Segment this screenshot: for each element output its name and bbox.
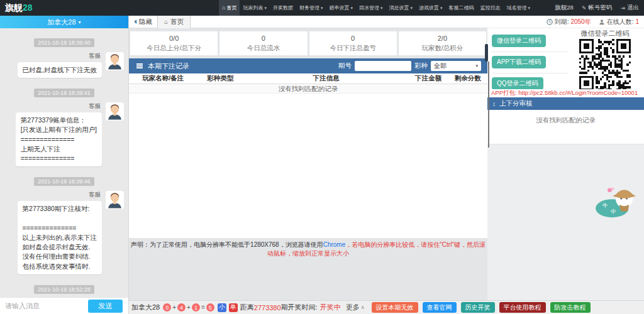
draw-number-3: 1	[192, 303, 200, 311]
equals-sign: =	[201, 304, 205, 311]
parity-badge: 单	[229, 303, 238, 312]
logout-link[interactable]: ⇥退出	[620, 4, 639, 12]
bet-table-header: 玩家名称/备注彩种类型下注信息下注金额剩余分数	[129, 73, 487, 84]
nav-menu-item[interactable]: 开奖数据	[270, 0, 296, 16]
top-navbar: 旗舰28 ⌂ 首页 玩家列表 ▾ 开奖数据	[0, 0, 644, 16]
list-icon	[136, 65, 143, 67]
qr-box: 微信登录二维码	[574, 28, 636, 93]
tab-home[interactable]: ⌂ 首页	[157, 16, 191, 28]
home-icon: ⌂	[164, 18, 168, 25]
qr-button-list: 微信登录二维码 APP下载二维码 QQ登录二维码	[492, 31, 569, 94]
lottery-type-select[interactable]: 全部 ▾	[431, 61, 481, 71]
panel-scrollbar-track[interactable]	[488, 62, 489, 148]
stat-label: 今日总上分/总下分	[147, 44, 201, 53]
nav-menu-item[interactable]: 财务管理 ▾	[296, 0, 326, 16]
stat-value: 0/0	[169, 35, 179, 42]
clock-icon	[547, 19, 553, 25]
customer-service-avatar	[106, 52, 124, 70]
brand-logo[interactable]: 旗舰28	[5, 0, 33, 16]
table-column-header: 彩种类型	[197, 74, 243, 83]
nav-item-label: 开奖数据	[273, 0, 293, 16]
plus-sign: +	[187, 304, 191, 311]
navbar-right: 旗舰28 ✎帐号密码 ⇥退出	[555, 0, 639, 16]
nav-menu-item[interactable]: 监控日志	[477, 0, 504, 16]
qr-code-button[interactable]: 微信登录二维码	[492, 35, 546, 47]
nav-menu-item[interactable]: ⌂ 首页	[219, 0, 240, 16]
room-selector-dropdown[interactable]: 加拿大28 ▾	[0, 16, 128, 28]
score-review-empty-message: 没有找到匹配的记录	[487, 110, 644, 144]
chat-input-row: 发送	[0, 297, 128, 314]
chevron-down-icon: ▾	[264, 0, 267, 16]
send-message-button[interactable]: 发送	[88, 300, 123, 313]
navbar-room-name: 旗舰28	[555, 4, 574, 12]
table-column-header: 剩余分数	[448, 74, 487, 83]
chat-sidebar: 加拿大28 ▾ 2021-10-19 18:39:40 客服 已封盘,封盘线下下…	[0, 16, 129, 314]
stat-card: 2/0 玩家数/总积分	[399, 31, 486, 55]
app-pack-url: http://pc2.58kb.cc/#/Login?roomCode=1000…	[518, 89, 638, 96]
nav-menu-item[interactable]: 客服二维码	[446, 0, 477, 16]
plus-sign: +	[172, 304, 176, 311]
more-toggle[interactable]: 更多 ∧	[346, 303, 365, 312]
chat-message-list[interactable]: 2021-10-19 18:39:40 客服 已封盘,封盘线下下注无效	[0, 28, 128, 297]
message-sender: 客服	[18, 191, 101, 199]
nav-item-label: 客服二维码	[449, 0, 474, 16]
action-button[interactable]: 平台使用教程	[499, 302, 546, 313]
table-column-header: 下注金额	[409, 74, 448, 83]
hide-sidebar-button[interactable]: ⏴ 隐藏	[129, 16, 157, 28]
qr-code-button[interactable]: APP下载二维码	[492, 56, 546, 68]
message-timestamp: 2021-10-19 18:39:40	[34, 38, 94, 47]
nav-menu-item[interactable]: 回水管理 ▾	[356, 0, 386, 16]
action-button[interactable]: 历史开奖	[461, 302, 495, 313]
room-title: 加拿大28	[47, 18, 75, 27]
tab-home-label: 首页	[170, 18, 184, 26]
chevron-down-icon: ▾	[440, 0, 443, 16]
countdown-prefix: 距离	[240, 303, 254, 312]
stat-label: 今日下注总盈亏	[330, 44, 376, 53]
message-sender: 客服	[16, 102, 101, 111]
edit-icon: ✎	[582, 5, 587, 11]
person-icon	[599, 19, 605, 25]
message-sender: 客服	[18, 52, 101, 60]
draw-sum: 5	[206, 303, 214, 311]
nav-menu-item[interactable]: 游戏设置 ▾	[416, 0, 446, 16]
right-panel: 到期: 2050年 在线人数: 1 微信登录二维码 APP下载二维码 QQ登录二…	[487, 16, 644, 300]
nav-item-label: 域名管理	[507, 0, 527, 16]
nav-menu-item[interactable]: 赔率设置 ▾	[326, 0, 356, 16]
nav-menu-item[interactable]: 域名管理 ▾	[504, 0, 534, 16]
nav-item-label: 首页	[226, 0, 236, 16]
app-window: 旗舰28 ⌂ 首页 玩家列表 ▾ 开奖数据	[0, 0, 644, 314]
action-button[interactable]: 设置本期无效	[372, 302, 418, 313]
chat-message-input[interactable]	[0, 302, 88, 310]
online-info: 在线人数: 1	[599, 18, 639, 26]
draw-number-2: 4	[177, 303, 186, 311]
empty-records-message: 没有找到匹配的记录	[129, 84, 487, 94]
app-package-link[interactable]: APP打包: http://pc2.58kb.cc/#/Login?roomCo…	[487, 89, 644, 97]
game-name: 加拿大28	[131, 303, 160, 312]
qr-section: 微信登录二维码 APP下载二维码 QQ登录二维码 微信登录二维码	[487, 28, 644, 89]
chevron-down-icon: ▾	[350, 0, 353, 16]
chevron-down-icon: ▾	[411, 0, 413, 16]
chevron-down-icon: ▾	[380, 0, 383, 16]
score-review-header: ↕ 上下分审核	[487, 97, 644, 110]
nav-item-label: 财务管理	[299, 0, 319, 16]
customer-service-avatar	[106, 102, 124, 121]
logout-label: 退出	[627, 4, 639, 12]
account-password-link[interactable]: ✎帐号密码	[582, 4, 613, 12]
online-label: 在线人数:	[607, 18, 634, 26]
logout-icon: ⇥	[620, 5, 625, 11]
nav-item-label: 消息设置	[389, 0, 409, 16]
issue-number-input[interactable]	[355, 61, 411, 71]
action-button[interactable]: 防攻击教程	[550, 302, 591, 313]
nav-menu-item[interactable]: 玩家列表 ▾	[240, 0, 270, 16]
message-timestamp: 2021-10-19 18:39:46	[34, 177, 94, 186]
panel-scrollbar-thumb[interactable]	[485, 44, 488, 62]
draw-number-1: 0	[163, 303, 171, 311]
action-button[interactable]: 查看官网	[423, 302, 457, 313]
stat-card: 0 今日总流水	[219, 31, 307, 55]
qr-code-button[interactable]: QQ登录二维码	[492, 77, 543, 90]
stat-value: 0	[262, 35, 265, 42]
message-bubble: 第2773380期下注核对: ============== 以上未列出的,表示未…	[18, 201, 102, 274]
nav-menu-item[interactable]: 消息设置 ▾	[386, 0, 416, 16]
chevron-down-icon: ▾	[321, 0, 323, 16]
chrome-link[interactable]: Chrome	[323, 241, 346, 248]
